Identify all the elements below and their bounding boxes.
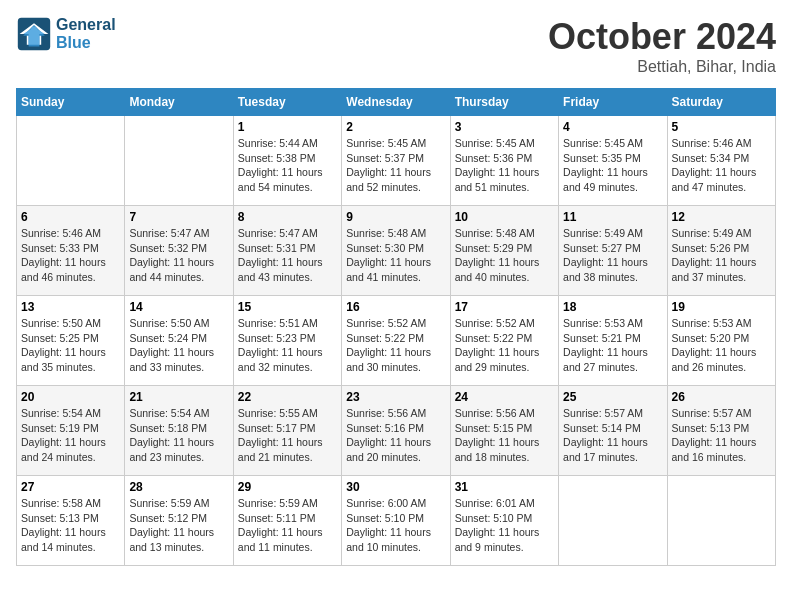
cell-sun-info: Sunrise: 6:01 AM Sunset: 5:10 PM Dayligh… (455, 496, 554, 555)
calendar-week-2: 6Sunrise: 5:46 AM Sunset: 5:33 PM Daylig… (17, 206, 776, 296)
calendar-cell: 28Sunrise: 5:59 AM Sunset: 5:12 PM Dayli… (125, 476, 233, 566)
day-number: 20 (21, 390, 120, 404)
cell-sun-info: Sunrise: 5:48 AM Sunset: 5:30 PM Dayligh… (346, 226, 445, 285)
cell-sun-info: Sunrise: 5:45 AM Sunset: 5:36 PM Dayligh… (455, 136, 554, 195)
cell-sun-info: Sunrise: 5:49 AM Sunset: 5:27 PM Dayligh… (563, 226, 662, 285)
cell-sun-info: Sunrise: 5:53 AM Sunset: 5:20 PM Dayligh… (672, 316, 771, 375)
day-number: 6 (21, 210, 120, 224)
weekday-header-friday: Friday (559, 89, 667, 116)
calendar-cell: 25Sunrise: 5:57 AM Sunset: 5:14 PM Dayli… (559, 386, 667, 476)
cell-sun-info: Sunrise: 5:47 AM Sunset: 5:31 PM Dayligh… (238, 226, 337, 285)
calendar-week-5: 27Sunrise: 5:58 AM Sunset: 5:13 PM Dayli… (17, 476, 776, 566)
calendar-cell (125, 116, 233, 206)
day-number: 2 (346, 120, 445, 134)
cell-sun-info: Sunrise: 5:52 AM Sunset: 5:22 PM Dayligh… (346, 316, 445, 375)
weekday-header-row: SundayMondayTuesdayWednesdayThursdayFrid… (17, 89, 776, 116)
day-number: 13 (21, 300, 120, 314)
calendar-cell: 1Sunrise: 5:44 AM Sunset: 5:38 PM Daylig… (233, 116, 341, 206)
day-number: 22 (238, 390, 337, 404)
weekday-header-sunday: Sunday (17, 89, 125, 116)
calendar-cell: 2Sunrise: 5:45 AM Sunset: 5:37 PM Daylig… (342, 116, 450, 206)
calendar-cell: 16Sunrise: 5:52 AM Sunset: 5:22 PM Dayli… (342, 296, 450, 386)
cell-sun-info: Sunrise: 5:59 AM Sunset: 5:12 PM Dayligh… (129, 496, 228, 555)
location: Bettiah, Bihar, India (548, 58, 776, 76)
calendar-cell: 6Sunrise: 5:46 AM Sunset: 5:33 PM Daylig… (17, 206, 125, 296)
cell-sun-info: Sunrise: 5:45 AM Sunset: 5:37 PM Dayligh… (346, 136, 445, 195)
calendar-cell (559, 476, 667, 566)
day-number: 15 (238, 300, 337, 314)
calendar-cell: 24Sunrise: 5:56 AM Sunset: 5:15 PM Dayli… (450, 386, 558, 476)
cell-sun-info: Sunrise: 5:50 AM Sunset: 5:24 PM Dayligh… (129, 316, 228, 375)
calendar-cell: 30Sunrise: 6:00 AM Sunset: 5:10 PM Dayli… (342, 476, 450, 566)
calendar-cell (667, 476, 775, 566)
day-number: 23 (346, 390, 445, 404)
day-number: 18 (563, 300, 662, 314)
calendar-week-4: 20Sunrise: 5:54 AM Sunset: 5:19 PM Dayli… (17, 386, 776, 476)
cell-sun-info: Sunrise: 5:54 AM Sunset: 5:18 PM Dayligh… (129, 406, 228, 465)
calendar-cell: 26Sunrise: 5:57 AM Sunset: 5:13 PM Dayli… (667, 386, 775, 476)
cell-sun-info: Sunrise: 5:52 AM Sunset: 5:22 PM Dayligh… (455, 316, 554, 375)
calendar-cell: 14Sunrise: 5:50 AM Sunset: 5:24 PM Dayli… (125, 296, 233, 386)
cell-sun-info: Sunrise: 5:53 AM Sunset: 5:21 PM Dayligh… (563, 316, 662, 375)
logo-icon (16, 16, 52, 52)
calendar-week-1: 1Sunrise: 5:44 AM Sunset: 5:38 PM Daylig… (17, 116, 776, 206)
cell-sun-info: Sunrise: 5:59 AM Sunset: 5:11 PM Dayligh… (238, 496, 337, 555)
cell-sun-info: Sunrise: 5:58 AM Sunset: 5:13 PM Dayligh… (21, 496, 120, 555)
weekday-header-tuesday: Tuesday (233, 89, 341, 116)
logo-text: General Blue (56, 16, 116, 52)
cell-sun-info: Sunrise: 5:57 AM Sunset: 5:13 PM Dayligh… (672, 406, 771, 465)
calendar-cell: 11Sunrise: 5:49 AM Sunset: 5:27 PM Dayli… (559, 206, 667, 296)
weekday-header-monday: Monday (125, 89, 233, 116)
calendar-cell: 13Sunrise: 5:50 AM Sunset: 5:25 PM Dayli… (17, 296, 125, 386)
cell-sun-info: Sunrise: 5:47 AM Sunset: 5:32 PM Dayligh… (129, 226, 228, 285)
day-number: 8 (238, 210, 337, 224)
calendar-cell: 21Sunrise: 5:54 AM Sunset: 5:18 PM Dayli… (125, 386, 233, 476)
day-number: 4 (563, 120, 662, 134)
cell-sun-info: Sunrise: 5:44 AM Sunset: 5:38 PM Dayligh… (238, 136, 337, 195)
day-number: 16 (346, 300, 445, 314)
calendar-cell: 9Sunrise: 5:48 AM Sunset: 5:30 PM Daylig… (342, 206, 450, 296)
day-number: 31 (455, 480, 554, 494)
cell-sun-info: Sunrise: 5:46 AM Sunset: 5:34 PM Dayligh… (672, 136, 771, 195)
day-number: 29 (238, 480, 337, 494)
calendar-cell: 18Sunrise: 5:53 AM Sunset: 5:21 PM Dayli… (559, 296, 667, 386)
calendar-cell: 4Sunrise: 5:45 AM Sunset: 5:35 PM Daylig… (559, 116, 667, 206)
calendar-cell: 3Sunrise: 5:45 AM Sunset: 5:36 PM Daylig… (450, 116, 558, 206)
day-number: 5 (672, 120, 771, 134)
calendar-cell: 15Sunrise: 5:51 AM Sunset: 5:23 PM Dayli… (233, 296, 341, 386)
month-title: October 2024 (548, 16, 776, 58)
calendar-cell: 20Sunrise: 5:54 AM Sunset: 5:19 PM Dayli… (17, 386, 125, 476)
calendar-cell: 17Sunrise: 5:52 AM Sunset: 5:22 PM Dayli… (450, 296, 558, 386)
day-number: 3 (455, 120, 554, 134)
calendar-cell: 27Sunrise: 5:58 AM Sunset: 5:13 PM Dayli… (17, 476, 125, 566)
day-number: 21 (129, 390, 228, 404)
cell-sun-info: Sunrise: 5:56 AM Sunset: 5:16 PM Dayligh… (346, 406, 445, 465)
calendar-cell: 23Sunrise: 5:56 AM Sunset: 5:16 PM Dayli… (342, 386, 450, 476)
day-number: 17 (455, 300, 554, 314)
day-number: 12 (672, 210, 771, 224)
cell-sun-info: Sunrise: 5:55 AM Sunset: 5:17 PM Dayligh… (238, 406, 337, 465)
day-number: 28 (129, 480, 228, 494)
calendar-cell: 29Sunrise: 5:59 AM Sunset: 5:11 PM Dayli… (233, 476, 341, 566)
day-number: 7 (129, 210, 228, 224)
cell-sun-info: Sunrise: 5:49 AM Sunset: 5:26 PM Dayligh… (672, 226, 771, 285)
logo: General Blue (16, 16, 116, 52)
weekday-header-saturday: Saturday (667, 89, 775, 116)
cell-sun-info: Sunrise: 5:51 AM Sunset: 5:23 PM Dayligh… (238, 316, 337, 375)
calendar-cell: 10Sunrise: 5:48 AM Sunset: 5:29 PM Dayli… (450, 206, 558, 296)
day-number: 30 (346, 480, 445, 494)
weekday-header-wednesday: Wednesday (342, 89, 450, 116)
cell-sun-info: Sunrise: 5:45 AM Sunset: 5:35 PM Dayligh… (563, 136, 662, 195)
day-number: 19 (672, 300, 771, 314)
page-header: General Blue October 2024 Bettiah, Bihar… (16, 16, 776, 76)
title-section: October 2024 Bettiah, Bihar, India (548, 16, 776, 76)
day-number: 9 (346, 210, 445, 224)
cell-sun-info: Sunrise: 5:57 AM Sunset: 5:14 PM Dayligh… (563, 406, 662, 465)
calendar-table: SundayMondayTuesdayWednesdayThursdayFrid… (16, 88, 776, 566)
day-number: 26 (672, 390, 771, 404)
day-number: 25 (563, 390, 662, 404)
day-number: 14 (129, 300, 228, 314)
day-number: 10 (455, 210, 554, 224)
day-number: 27 (21, 480, 120, 494)
calendar-cell: 22Sunrise: 5:55 AM Sunset: 5:17 PM Dayli… (233, 386, 341, 476)
